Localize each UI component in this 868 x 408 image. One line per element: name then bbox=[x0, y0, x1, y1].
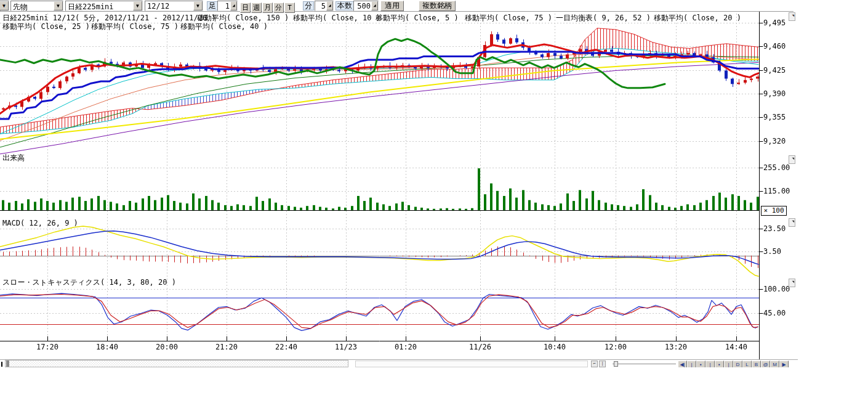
time-axis-label: 11/23 bbox=[335, 343, 357, 351]
timeframe-button-row: 日週月分T bbox=[240, 1, 295, 13]
time-axis-label: 21:20 bbox=[215, 343, 238, 351]
macd-axis-label: 3.50 bbox=[763, 247, 781, 256]
time-axis-label: 18:40 bbox=[96, 343, 118, 351]
zoom-slider-thumb[interactable] bbox=[614, 361, 618, 367]
mini-toolbar-button[interactable]: M bbox=[770, 361, 779, 367]
scroll-mini-button[interactable]: | bbox=[599, 361, 606, 367]
combo-arrow-icon[interactable]: ▼ bbox=[133, 1, 142, 10]
left-stub-combo[interactable]: ▼ bbox=[0, 1, 9, 11]
time-axis-label: 11/26 bbox=[469, 343, 491, 351]
contract-month-combo[interactable]: 12/12 ▼ bbox=[145, 1, 203, 11]
mini-toolbar-button[interactable]: ▪ bbox=[696, 361, 705, 367]
time-axis-label: 17:20 bbox=[36, 343, 58, 351]
mini-toolbar-button[interactable]: B bbox=[752, 361, 761, 367]
mini-toolbar-button[interactable]: ▪ bbox=[715, 361, 724, 367]
price-axis-label: 9,390 bbox=[763, 89, 786, 98]
indicator-header-segment: 移動平均( Close, 40 ) bbox=[180, 22, 268, 32]
time-axis-label: 22:40 bbox=[275, 343, 297, 351]
stochastics-panel-label: スロー・ストキャスティクス( 14, 3, 80, 20 ) bbox=[2, 277, 176, 288]
bars-label: 本数 bbox=[336, 1, 354, 10]
symbol-value: 日経225mini bbox=[68, 2, 114, 12]
time-axis-label: 01:20 bbox=[395, 343, 417, 351]
mini-toolbar-button[interactable]: ▶ bbox=[779, 361, 789, 367]
chart-application-window: ▼ 先物 ▼ 日経225mini ▼ 12/12 ▼ 足 1 ◢ 日週月分T bbox=[0, 0, 868, 408]
macd-panel-label: MACD( 12, 26, 9 ) bbox=[2, 219, 78, 227]
time-axis-label: 12:00 bbox=[605, 343, 627, 351]
mini-toolbar-button[interactable]: | bbox=[724, 361, 733, 367]
time-axis-label: 10:40 bbox=[544, 343, 566, 351]
toolbar: ▼ 先物 ▼ 日経225mini ▼ 12/12 ▼ 足 1 ◢ 日週月分T bbox=[0, 0, 794, 12]
volume-axis-label: 255.00 bbox=[763, 163, 790, 172]
combo-arrow-icon[interactable]: ▼ bbox=[54, 1, 63, 10]
stochastics-axis-label: 100.00 bbox=[763, 285, 790, 293]
bars-value: 500 bbox=[355, 2, 371, 10]
ashi-label: 足 bbox=[207, 1, 218, 10]
apply-button[interactable]: 適用 bbox=[380, 1, 404, 11]
timeframe-button[interactable]: 月 bbox=[262, 2, 273, 13]
mini-toolbar: ◀||▪|▪|DLB@M▶ bbox=[678, 361, 789, 367]
panel-collapse-button[interactable]: ◥ bbox=[789, 155, 795, 164]
mini-toolbar-button[interactable]: @ bbox=[761, 361, 770, 367]
timeframe-button[interactable]: 分 bbox=[273, 2, 284, 13]
mini-toolbar-button[interactable]: | bbox=[687, 361, 696, 367]
price-axis-label: 9,460 bbox=[763, 42, 786, 51]
scroll-position-tick bbox=[1, 362, 2, 367]
time-axis-label: 14:40 bbox=[725, 343, 747, 351]
indicator-header-segment: 移動平均( Close, 25 ) bbox=[2, 22, 90, 32]
mini-toolbar-button[interactable]: D bbox=[733, 361, 742, 367]
indicator-header-segment: 移動平均( Close, 75 ) bbox=[91, 22, 179, 32]
mini-toolbar-button[interactable]: L bbox=[742, 361, 752, 367]
volume-axis-label: 115.00 bbox=[763, 187, 790, 195]
timeframe-button[interactable]: 週 bbox=[251, 2, 262, 13]
scroll-mini-button[interactable]: ⌐ bbox=[591, 361, 598, 367]
indicator-header-segment: 移動平均( Close, 75 ) bbox=[465, 13, 552, 23]
minute-value: 5 bbox=[316, 2, 326, 10]
macd-axis-label: 23.50 bbox=[763, 224, 786, 233]
spin-button-icon[interactable]: ◢ bbox=[371, 1, 378, 10]
combo-arrow-icon[interactable]: ▼ bbox=[0, 1, 9, 10]
minute-label: 分 bbox=[303, 1, 314, 10]
price-axis-label: 9,320 bbox=[763, 137, 786, 145]
price-axis-label: 9,425 bbox=[763, 66, 786, 75]
instrument-type-value: 先物 bbox=[13, 2, 28, 12]
time-axis-label: 13:20 bbox=[665, 343, 687, 351]
volume-multiplier-badge: × 100 bbox=[761, 206, 787, 216]
panel-collapse-button[interactable]: ◥ bbox=[789, 279, 795, 287]
multi-symbol-button[interactable]: 複数銘柄 bbox=[419, 1, 456, 11]
chart-canvas bbox=[0, 0, 868, 367]
price-axis-label: 9,495 bbox=[763, 18, 786, 27]
timeframe-button[interactable]: T bbox=[284, 2, 295, 13]
bottom-strip: ⌐ | ◀||▪|▪|DLB@M▶ bbox=[0, 359, 798, 367]
indicator-header-segment: 移動平均( Close, 5 ) bbox=[376, 13, 459, 23]
timeframe-button[interactable]: 日 bbox=[240, 2, 251, 13]
mini-toolbar-button[interactable]: | bbox=[705, 361, 715, 367]
horizontal-scrollbar-thumb[interactable] bbox=[6, 361, 9, 367]
price-axis-label: 9,355 bbox=[763, 113, 786, 121]
time-axis-label: 20:00 bbox=[156, 343, 178, 351]
ashi-value: 1 bbox=[219, 2, 230, 10]
chart-window-content: ▼ 先物 ▼ 日経225mini ▼ 12/12 ▼ 足 1 ◢ 日週月分T bbox=[0, 0, 868, 367]
symbol-combo[interactable]: 日経225mini ▼ bbox=[65, 1, 143, 11]
horizontal-scrollbar[interactable] bbox=[5, 360, 348, 367]
minute-spinner[interactable]: 5 ◢ bbox=[315, 1, 334, 11]
indicator-header-segment: 移動平均( Close, 20 ) bbox=[654, 13, 741, 23]
mini-toolbar-button[interactable]: ◀| bbox=[678, 361, 687, 367]
combo-arrow-icon[interactable]: ▼ bbox=[193, 1, 203, 10]
indicator-header-segment: 一目均衡表( 9, 26, 52 ) bbox=[556, 13, 651, 23]
zoom-slider-track[interactable] bbox=[613, 364, 676, 364]
stochastics-axis-label: 45.00 bbox=[763, 309, 786, 317]
spin-button-icon[interactable]: ◢ bbox=[230, 1, 237, 10]
spin-button-icon[interactable]: ◢ bbox=[326, 1, 333, 10]
indicator-header-segment: 移動平均( Close, 10 ) bbox=[293, 13, 380, 23]
panel-collapse-button[interactable]: ◥ bbox=[789, 218, 795, 227]
ashi-spinner[interactable]: 1 ◢ bbox=[217, 1, 238, 11]
volume-panel-label: 出来高 bbox=[2, 153, 25, 163]
panel-collapse-button[interactable]: ◥ bbox=[789, 12, 795, 21]
contract-month-value: 12/12 bbox=[147, 2, 169, 10]
bars-spinner[interactable]: 500 ◢ bbox=[353, 1, 379, 11]
scroll-extension-box bbox=[355, 361, 588, 367]
instrument-type-combo[interactable]: 先物 ▼ bbox=[10, 1, 63, 11]
